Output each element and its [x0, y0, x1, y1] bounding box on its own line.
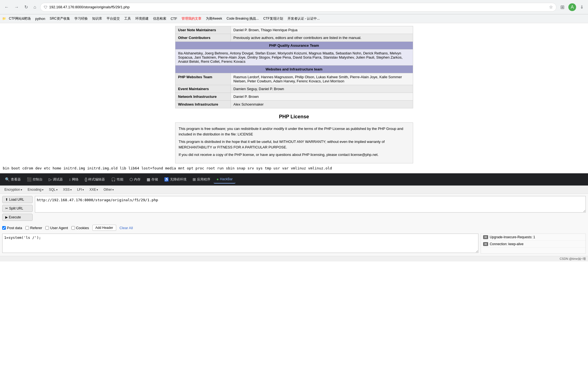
reload-button[interactable]: ↻ [23, 3, 30, 11]
header-row-0: H Upgrade-Insecure-Requests: 1 [481, 234, 586, 241]
bookmark-learning[interactable]: 学习经验 [73, 16, 89, 22]
application-label: 应用程序 [197, 177, 210, 182]
referer-checkbox[interactable] [25, 226, 29, 230]
bookmark-platform[interactable]: 平台提交 [105, 16, 121, 22]
scissors-icon: ✂ [5, 206, 8, 210]
devtools-tab-style-editor[interactable]: {} 样式编辑器 [82, 176, 108, 184]
php-websites-label: PHP Websites Team [175, 73, 230, 85]
accessibility-label: 无障碍环境 [170, 177, 186, 182]
back-button[interactable]: ← [3, 4, 11, 11]
cookies-label: Cookies [76, 226, 89, 230]
bookmark-4week[interactable]: 为期4week [204, 16, 224, 22]
add-header-button[interactable]: Add Header [92, 225, 116, 231]
devtools-tab-accessibility[interactable]: ♿ 无障碍环境 [161, 176, 189, 184]
hackbar-menu: Encryption ▾ Encoding ▾ SQL ▾ XSS ▾ LFI … [0, 186, 588, 194]
user-agent-label: User Agent [50, 226, 68, 230]
hackbar-dot-icon: ● [216, 177, 219, 181]
network-infrastructure-value: Daniel P. Brown [230, 93, 413, 101]
license-para2: This program is distributed in the hope … [179, 139, 410, 150]
other-menu-btn[interactable]: Other ▾ [101, 187, 116, 192]
headers-panel: H Upgrade-Insecure-Requests: 1 H Connect… [481, 234, 586, 254]
cookies-checkbox[interactable] [71, 226, 75, 230]
bookmark-ctfrecreate[interactable]: CTF复现计划 [261, 16, 284, 22]
execute-label: Execute [9, 215, 21, 219]
status-text: CSDN @time如~瑾 [559, 257, 586, 260]
bookmark-knowledge[interactable]: 知识库 [90, 16, 104, 22]
devtools-tab-memory[interactable]: ⬡ 内存 [127, 176, 143, 184]
devtools-tab-network[interactable]: ↕ 网络 [66, 176, 81, 184]
other-contributors-value: Previously active authors, editors and o… [230, 34, 413, 42]
execute-button[interactable]: ▶ Execute [2, 214, 33, 221]
devtools-tab-debugger[interactable]: ▷ 调试器 [46, 176, 66, 184]
post-data-checkbox[interactable] [2, 226, 6, 230]
xxe-chevron-icon: ▾ [97, 188, 98, 191]
devtools-tab-storage[interactable]: ▦ 存储 [144, 176, 161, 184]
bookmark-python[interactable]: python [33, 16, 47, 21]
xss-menu-btn[interactable]: XSS ▾ [61, 187, 74, 192]
storage-label: 存储 [151, 177, 158, 182]
bookmark-tools[interactable]: 工具 [123, 16, 133, 22]
devtools-tab-console[interactable]: ⬛ 控制台 [24, 176, 45, 184]
xxe-menu-btn[interactable]: XXE ▾ [87, 187, 100, 192]
cookies-checkbox-label[interactable]: Cookies [71, 226, 89, 230]
url-textarea[interactable] [35, 196, 586, 213]
bookmark-ctf[interactable]: CTF网站&靶场 [7, 16, 32, 22]
lfi-menu-btn[interactable]: LFI ▾ [75, 187, 86, 192]
post-data-area [2, 234, 478, 254]
referer-checkbox-label[interactable]: Referer [25, 226, 42, 230]
websites-header: Websites and Infrastructure team [175, 66, 413, 73]
network-label: 网络 [72, 177, 79, 182]
play-icon: ▶ [5, 215, 8, 219]
lfi-chevron-icon: ▾ [82, 188, 84, 191]
security-icon: 🛡 [44, 5, 48, 9]
bookmark-manage[interactable]: 管理我的文章 [180, 16, 203, 22]
bookmarks-bar: 📁 CTF网站&靶场 python SRC资产收集 学习经验 知识库 平台提交 … [0, 14, 588, 23]
split-url-button[interactable]: ✂ Split URL [2, 205, 33, 212]
user-note-maintainers-label: User Note Maintainers [175, 26, 230, 34]
encryption-menu-btn[interactable]: Encryption ▾ [2, 187, 24, 192]
url-input[interactable] [49, 5, 547, 9]
address-bar[interactable]: 🛡 ☆ [40, 3, 556, 12]
bookmark-src[interactable]: SRC资产收集 [48, 16, 71, 22]
referer-label: Referer [30, 226, 42, 230]
download-button[interactable]: ⇓ [578, 3, 585, 11]
sql-menu-btn[interactable]: SQL ▾ [47, 187, 60, 192]
bookmark-search[interactable]: 信息检索 [151, 16, 168, 22]
post-data-textarea[interactable] [2, 234, 478, 253]
php-license-title: PHP License [6, 114, 582, 120]
debugger-label: 调试器 [53, 177, 63, 182]
other-label: Other [103, 188, 112, 192]
user-agent-checkbox[interactable] [45, 226, 49, 230]
encoding-chevron-icon: ▾ [42, 188, 43, 191]
load-url-button[interactable]: ⬆ Load URL [2, 196, 33, 203]
header-badge-1: H [483, 242, 488, 246]
home-button[interactable]: ⌂ [32, 4, 38, 11]
bookmark-ctf2[interactable]: CTF [169, 16, 179, 21]
header-badge-0: H [483, 235, 488, 239]
encoding-menu-btn[interactable]: Encoding ▾ [25, 187, 46, 192]
xss-label: XSS [63, 188, 70, 192]
post-data-label: Post data [7, 226, 22, 230]
windows-infrastructure-label: Windows Infrastructure [175, 101, 230, 108]
devtools-tab-viewer[interactable]: 🔍 查看器 [2, 176, 24, 184]
user-agent-checkbox-label[interactable]: User Agent [45, 226, 68, 230]
qa-team-members: Ilia Alshanetsky, Joerg Behrens, Antony … [175, 49, 413, 66]
extensions-button[interactable]: ⊞ [559, 3, 566, 11]
profile-button[interactable]: A [568, 3, 576, 11]
bookmark-env[interactable]: 环境搭建 [134, 16, 150, 22]
forward-button[interactable]: → [13, 4, 20, 11]
bookmark-devauth[interactable]: 开发者认证 - 认证中... [286, 16, 322, 22]
devtools-tab-application[interactable]: ⊞ 应用程序 [190, 176, 213, 184]
qa-team-header: PHP Quality Assurance Team [175, 42, 413, 49]
devtools-tab-hackbar[interactable]: ● HackBar [214, 175, 235, 184]
bookmark-codebreaking[interactable]: Code Breaking 挑战... [225, 16, 261, 22]
options-row: Post data Referer User Agent Cookies Add… [0, 223, 588, 232]
post-data-checkbox-label[interactable]: Post data [2, 226, 22, 230]
bookmark-star-icon[interactable]: ☆ [549, 4, 553, 10]
split-url-label: Split URL [9, 206, 23, 210]
url-area [35, 196, 586, 221]
devtools-tab-performance[interactable]: 🎧 性能 [108, 176, 126, 184]
clear-all-link[interactable]: Clear All [120, 226, 133, 230]
hackbar-panel: Encryption ▾ Encoding ▾ SQL ▾ XSS ▾ LFI … [0, 185, 588, 256]
header-value-1: Connection: keep-alive [490, 242, 524, 246]
